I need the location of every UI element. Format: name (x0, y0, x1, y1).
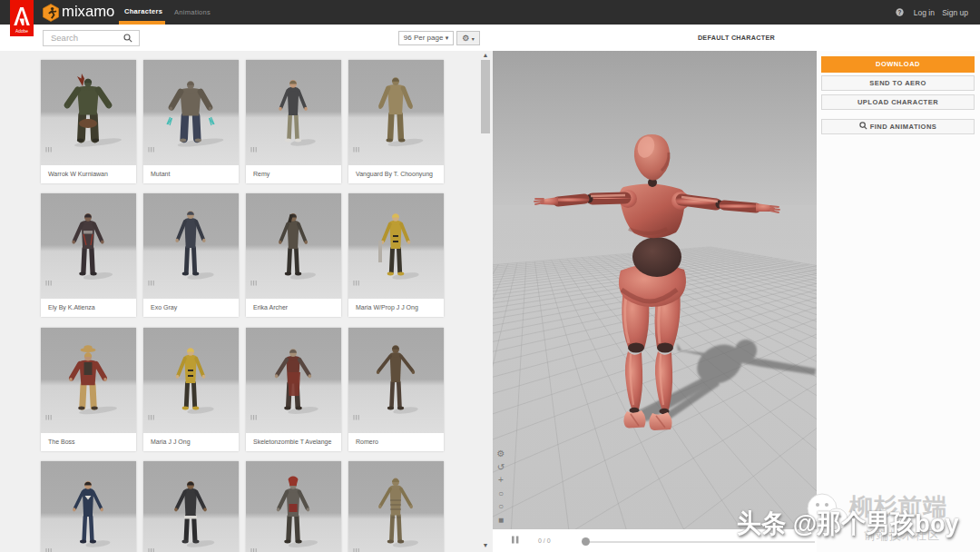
svg-text:?: ? (898, 9, 902, 15)
svg-text:Adobe: Adobe (15, 29, 28, 34)
